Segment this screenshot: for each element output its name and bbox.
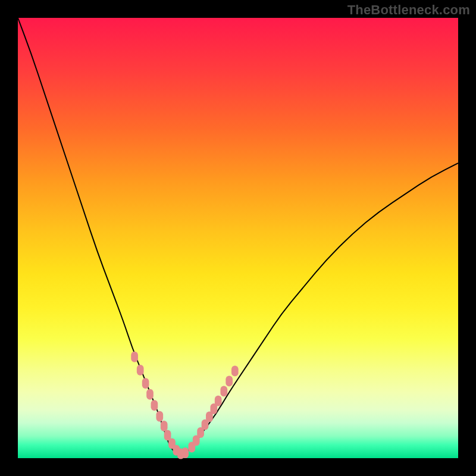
curve-marker	[215, 396, 222, 406]
curve-marker	[220, 386, 227, 397]
chart-stage: TheBottleneck.com	[0, 0, 476, 476]
curve-layer	[0, 0, 476, 476]
bottleneck-curve	[18, 18, 458, 457]
curve-marker	[231, 365, 239, 376]
curve-marker	[131, 352, 138, 362]
curve-marker	[142, 378, 149, 389]
curve-marker	[146, 389, 154, 400]
curve-marker	[181, 447, 189, 458]
curve-marker	[137, 365, 144, 375]
curve-marker	[156, 411, 163, 422]
curve-marker	[161, 421, 168, 431]
marker-group	[131, 352, 238, 459]
watermark-text: TheBottleneck.com	[347, 2, 470, 18]
curve-marker	[151, 400, 158, 411]
curve-marker	[226, 376, 233, 387]
